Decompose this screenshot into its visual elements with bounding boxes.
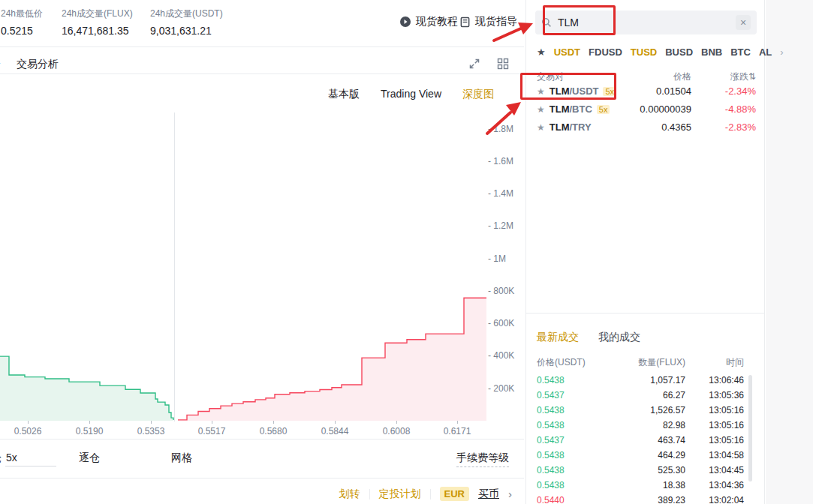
trade-row[interactable]: 0.54381,057.1713:06:46	[537, 375, 744, 386]
leverage-slider[interactable]	[5, 466, 56, 466]
trade-price: 0.5438	[537, 480, 597, 490]
grid-trading-button[interactable]: 网格	[171, 452, 192, 465]
x-axis-tick: 0.5680	[260, 426, 288, 436]
y-axis-tick: - 400K	[488, 350, 514, 361]
annotation-arrow-to-search	[489, 18, 536, 45]
quote-tab-busd[interactable]: BUSD	[665, 46, 693, 58]
trade-row[interactable]: 0.543882.9813:05:16	[537, 420, 744, 430]
favorite-star-icon[interactable]: ★	[537, 122, 545, 133]
pair-change: -4.88%	[691, 104, 756, 115]
stat-label: 24h成交量(FLUX)	[62, 8, 133, 20]
y-axis-tick: - 200K	[488, 383, 514, 394]
divider	[526, 313, 765, 314]
chevron-right-icon[interactable]: ›	[780, 46, 783, 58]
scrollbar[interactable]	[748, 375, 752, 482]
pair-change: -2.34%	[691, 86, 756, 97]
trade-row[interactable]: 0.5437463.7413:05:16	[537, 435, 744, 446]
stat-24h-volume-usdt: 24h成交量(USDT) 9,031,631.21	[150, 8, 223, 37]
stat-value: 9,031,631.21	[150, 25, 223, 37]
trade-price: 0.5437	[537, 435, 597, 446]
trade-price: 0.5440	[537, 495, 597, 504]
chevron-right-icon[interactable]: ›	[508, 488, 512, 500]
expand-icon[interactable]	[468, 58, 480, 70]
quote-tab-fdusd[interactable]: FDUSD	[589, 46, 622, 58]
trade-amount: 464.29	[597, 450, 685, 460]
currency-badge[interactable]: EUR	[440, 487, 469, 501]
favorites-star-icon[interactable]: ★	[537, 46, 546, 58]
spot-tutorial-link[interactable]: 现货教程	[399, 15, 458, 28]
y-axis-tick: - 600K	[488, 318, 514, 328]
trade-row[interactable]: 0.5438525.3013:04:45	[537, 465, 744, 476]
quote-tab-al[interactable]: AL	[759, 46, 772, 58]
trade-row[interactable]: 0.5440389.2313:02:04	[537, 495, 744, 504]
trade-row[interactable]: 0.5438464.2913:04:58	[537, 450, 744, 460]
favorite-star-icon[interactable]: ★	[537, 104, 545, 115]
annotation-arrow-to-depth	[482, 98, 525, 138]
auto-invest-link[interactable]: 定投计划	[379, 488, 421, 501]
col-price: 价格	[619, 70, 691, 83]
trade-price: 0.5438	[537, 405, 597, 416]
trade-row[interactable]: 0.54381,526.5713:05:16	[537, 405, 744, 416]
trades-table-header: 价格(USDT) 数量(FLUX) 时间	[537, 356, 744, 369]
tab-trade-analysis[interactable]: 交易分析	[17, 58, 59, 71]
trade-time: 13:02:04	[685, 495, 744, 504]
close-icon[interactable]: ×	[736, 15, 751, 30]
y-axis-tick: - 1.4M	[488, 188, 513, 199]
tab-my-trades[interactable]: 我的成交	[598, 331, 640, 344]
pair-price: 0.4365	[619, 122, 691, 133]
leverage-value[interactable]: 5x	[6, 452, 17, 464]
transfer-link[interactable]: 划转	[339, 488, 360, 501]
trade-amount: 463.74	[597, 435, 685, 446]
sort-icon: ⇅	[748, 71, 756, 82]
trade-row[interactable]: 0.543766.2713:05:36	[537, 390, 744, 400]
x-axis-tick: 0.5026	[14, 426, 42, 436]
x-axis-tick-mark	[212, 421, 212, 424]
annotation-rect-search	[543, 5, 616, 35]
stat-value: 0.5215	[1, 25, 43, 37]
pair-price: 0.01504	[619, 86, 691, 97]
quote-tab-usdt[interactable]: USDT	[554, 46, 580, 58]
isolated-margin-button[interactable]: 逐仓	[79, 452, 100, 465]
pair-change: -2.83%	[691, 122, 756, 133]
cut-tab-label[interactable]: 据	[0, 58, 1, 71]
quote-asset-tabs: ★ USDTFDUSDTUSDBUSDBNBBTCAL›	[537, 46, 759, 58]
depth-chart[interactable]: - 1.8M- 1.6M- 1.4M- 1.2M- 1M- 800K- 600K…	[0, 112, 524, 424]
tab-basic[interactable]: 基本版	[328, 88, 360, 101]
buy-crypto-link[interactable]: 买币	[478, 488, 499, 501]
book-icon	[459, 16, 471, 28]
trade-row[interactable]: 0.543818.3813:04:36	[537, 480, 744, 490]
pair-row-tlm-btc[interactable]: ★TLM/BTC5x0.00000039-4.88%	[537, 104, 756, 115]
stat-label: 24h最低价	[1, 8, 43, 20]
quote-tab-tusd[interactable]: TUSD	[631, 46, 657, 58]
pair-quote: /BTC	[569, 104, 592, 115]
pair-base: TLM	[550, 122, 570, 133]
footer-actions: 划转 定投计划 EUR 买币 ›	[285, 487, 512, 501]
x-axis-tick: 0.6171	[444, 426, 471, 436]
fee-level-link[interactable]: 手续费等级	[456, 452, 509, 467]
chart-view-tabs: 基本版 Trading View 深度图	[0, 88, 510, 101]
x-axis-tick-mark	[273, 421, 274, 424]
divider	[369, 489, 370, 500]
pair-row-tlm-try[interactable]: ★TLM/TRY0.4365-2.83%	[537, 122, 756, 133]
quote-tab-btc[interactable]: BTC	[730, 46, 751, 58]
play-icon	[399, 16, 411, 28]
stat-24h-volume-flux: 24h成交量(FLUX) 16,471,681.35	[62, 8, 133, 37]
divider	[0, 439, 524, 440]
mid-price-line	[174, 112, 175, 422]
x-axis-tick: 0.6008	[383, 426, 411, 436]
tab-latest-trades[interactable]: 最新成交	[537, 331, 579, 344]
tab-tradingview[interactable]: Trading View	[381, 88, 441, 101]
grid-layout-icon[interactable]	[497, 58, 509, 70]
trade-price: 0.5438	[537, 375, 597, 386]
trade-time: 13:04:36	[685, 480, 744, 490]
col-change[interactable]: 涨跌⇅	[691, 70, 756, 83]
divider	[430, 489, 431, 500]
col-price: 价格(USDT)	[537, 356, 597, 369]
depth-chart-canvas	[0, 112, 486, 422]
trade-amount: 389.23	[597, 495, 685, 504]
trade-amount: 82.98	[597, 420, 685, 430]
trade-price: 0.5437	[537, 390, 597, 400]
divider	[0, 46, 524, 47]
quote-tab-bnb[interactable]: BNB	[701, 46, 722, 58]
x-axis-tick-mark	[151, 421, 152, 424]
